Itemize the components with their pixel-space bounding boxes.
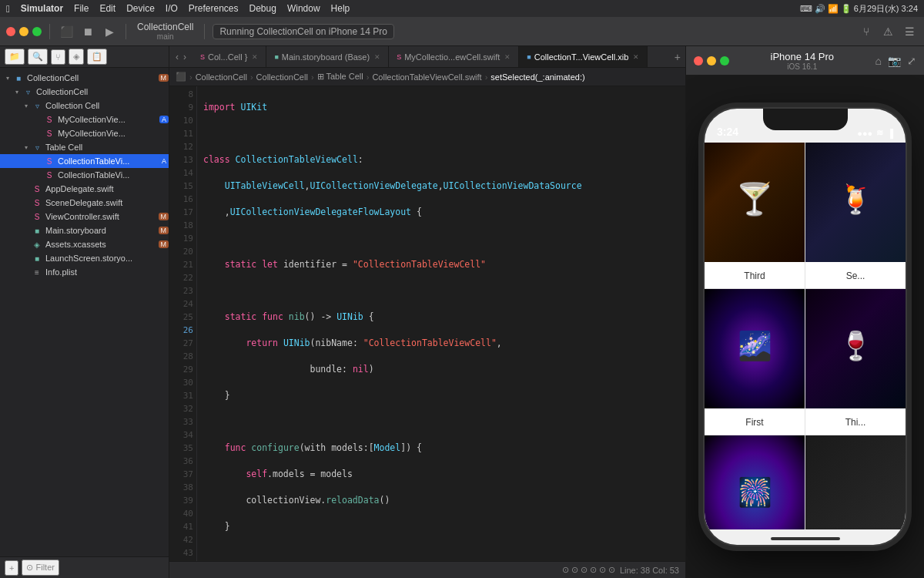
collection-cell-3-1[interactable]: First — [705, 435, 805, 529]
menu-io[interactable]: I/O — [166, 3, 178, 14]
toolbar-sep3 — [204, 24, 205, 39]
sidebar-item-group[interactable]: ▾ ▿ CollectionCell — [0, 85, 169, 99]
minimize-button[interactable] — [19, 27, 28, 36]
iphone-screen[interactable]: 3:24 ●●● ≋ ▐ Third — [705, 109, 906, 545]
menu-device[interactable]: Device — [126, 3, 155, 14]
close-button[interactable] — [6, 27, 15, 36]
sidebar-git-icon[interactable]: ⑂ — [51, 49, 65, 65]
sidebar-item-table-cell-folder[interactable]: ▾ ▿ Table Cell — [0, 140, 169, 154]
tab-mainstoryboard[interactable]: ■ Main.storyboard (Base) ✕ — [266, 46, 389, 68]
tab-swift-icon: S — [200, 53, 205, 61]
sidebar-item-mycollectionview2[interactable]: S MyCollectionVie... — [0, 126, 169, 140]
swift-icon: S — [43, 169, 55, 181]
sidebar-item-collection-cell-folder[interactable]: ▾ ▿ Collection Cell — [0, 99, 169, 113]
collection-view[interactable]: Third Se... First — [705, 143, 906, 529]
filter-button[interactable]: ⊙ Filter — [22, 560, 59, 576]
git-button[interactable]: ⑂ — [858, 23, 875, 40]
sidebar-item-mycollectionview1[interactable]: S MyCollectionVie... A — [0, 113, 169, 126]
tab-col-cell[interactable]: S Col...Cell } ✕ — [192, 46, 266, 68]
storyboard-icon: ■ — [31, 224, 43, 237]
project-subtitle: main — [157, 32, 174, 41]
breadcrumb-func[interactable]: setSelected(_:animated:) — [490, 72, 584, 82]
tab-close-icon[interactable]: ✕ — [252, 53, 258, 61]
menu-help[interactable]: Help — [331, 3, 350, 14]
collection-cell-3-2[interactable]: Thi... — [805, 435, 906, 529]
sidebar-label: CollectionCell — [36, 87, 169, 96]
sidebar-folder-icon[interactable]: 📁 — [5, 49, 25, 65]
sidebar-item-appdelegate[interactable]: S AppDelegate.swift — [0, 182, 169, 196]
sim-close-button[interactable] — [694, 56, 703, 66]
code-content[interactable]: import UIKit class CollectionTableViewCe… — [197, 86, 685, 561]
tab-close-icon[interactable]: ✕ — [633, 53, 639, 61]
sidebar-item-collectiontableview2[interactable]: S CollectionTableVi... — [0, 168, 169, 182]
tree-arrow: ▾ — [22, 144, 31, 151]
sidebar-item-infoplist[interactable]: ≡ Info.plist — [0, 265, 169, 279]
sidebar: 📁 🔍 ⑂ ◈ 📋 ▾ ■ CollectionCell M ▾ ▿ Colle… — [0, 46, 169, 578]
breadcrumb-collectioncell[interactable]: CollectionCell — [196, 72, 247, 82]
sidebar-search-icon[interactable]: 🔍 — [28, 49, 48, 65]
sidebar-label: CollectionTableVi... — [58, 170, 169, 180]
stop-button[interactable]: ⏹ — [79, 23, 96, 40]
tab-label: Col...Cell } — [208, 52, 247, 62]
code-area[interactable]: 89101112 1314151617 1819202122 232425262… — [169, 86, 685, 561]
collection-cell-1-1[interactable]: Third — [705, 143, 805, 288]
menu-simulator[interactable]: Simulator — [21, 3, 63, 14]
collection-cell-2-1[interactable]: First — [705, 289, 805, 435]
sidebar-label: Table Cell — [45, 143, 169, 152]
cell-image-bar — [805, 143, 906, 262]
breadcrumb-bar: ⬛ › CollectionCell › CollectionCell › ⊞ … — [169, 68, 685, 86]
badge-a: A — [159, 116, 169, 123]
collection-cell-2-2[interactable]: Thi... — [805, 289, 906, 435]
sidebar-item-root[interactable]: ▾ ■ CollectionCell M — [0, 71, 169, 85]
breadcrumb-tablecell[interactable]: ⊞ Table Cell — [317, 72, 363, 82]
fullscreen-button[interactable] — [32, 27, 42, 36]
breadcrumb-collectioncell2[interactable]: CollectionCell — [256, 72, 308, 82]
menu-file[interactable]: File — [74, 3, 89, 14]
sim-screenshot-icon[interactable]: 📷 — [888, 55, 901, 67]
sidebar-item-collectiontableview1[interactable]: S CollectionTableVi... A — [0, 154, 169, 168]
sidebar-item-launchscreen[interactable]: ■ LaunchScreen.storyo... — [0, 251, 169, 265]
sim-rotate-icon[interactable]: ⤢ — [907, 55, 916, 67]
inspector-toggle[interactable]: ☰ — [901, 23, 918, 40]
tab-label: Main.storyboard (Base) — [282, 52, 370, 62]
collection-cell-1-2[interactable]: Se... — [805, 143, 906, 288]
tab-collectionviewcell[interactable]: ■ CollectionT...ViewCell.xib ✕ — [519, 46, 648, 68]
folder-icon: ▿ — [31, 141, 43, 153]
menu-preferences[interactable]: Preferences — [189, 3, 239, 14]
add-file-button[interactable]: + — [5, 560, 18, 576]
swift-icon: S — [43, 155, 55, 167]
tab-bar: ‹ › S Col...Cell } ✕ ■ Main.storyboard (… — [169, 46, 685, 68]
assets-icon: ◈ — [31, 238, 43, 250]
tab-close-icon[interactable]: ✕ — [504, 53, 511, 61]
sidebar-label: Assets.xcassets — [45, 240, 157, 249]
tab-mycollection[interactable]: S MyCollectio...ewCell.swift ✕ — [389, 46, 519, 68]
sidebar-breakpoint-icon[interactable]: ◈ — [69, 49, 84, 65]
sim-home-icon[interactable]: ⌂ — [875, 55, 882, 67]
sidebar-item-viewcontroller[interactable]: S ViewController.swift M — [0, 210, 169, 223]
swift-icon: S — [31, 197, 43, 209]
menu-edit[interactable]: Edit — [99, 3, 116, 14]
sidebar-item-mainstoryboard[interactable]: ■ Main.storyboard M — [0, 223, 169, 237]
sidebar-report-icon[interactable]: 📋 — [87, 49, 107, 65]
sidebar-item-scenedelegate[interactable]: S SceneDelegate.swift — [0, 196, 169, 210]
menu-debug[interactable]: Debug — [249, 3, 276, 14]
sidebar-item-assets[interactable]: ◈ Assets.xcassets M — [0, 237, 169, 251]
sidebar-label: MyCollectionVie... — [58, 129, 169, 138]
scheme-selector[interactable]: Running CollectionCell on iPhone 14 Pro — [213, 24, 393, 39]
project-title: CollectionCell — [137, 22, 193, 32]
run-button[interactable]: ▶ — [101, 23, 118, 40]
sim-fullscreen-button[interactable] — [720, 56, 729, 66]
project-icon: ■ — [12, 72, 25, 84]
tab-back[interactable]: ‹ — [174, 50, 180, 64]
warning-button[interactable]: ⚠ — [879, 23, 896, 40]
menu-datetime: ⌨ 🔊 📶 🔋 6月29日(水) 3:24 — [800, 3, 918, 15]
navigator-toggle[interactable]: ⬛ — [58, 23, 75, 40]
tab-forward[interactable]: › — [182, 50, 188, 64]
add-tab-button[interactable]: + — [670, 51, 685, 63]
breadcrumb-swift[interactable]: CollectionTableViewCell.swift — [372, 72, 481, 82]
sim-minimize-button[interactable] — [707, 56, 716, 66]
sidebar-label: CollectionTableVi... — [58, 156, 158, 166]
tab-close-icon[interactable]: ✕ — [374, 53, 380, 61]
apple-icon[interactable]:  — [6, 3, 10, 15]
menu-window[interactable]: Window — [287, 3, 320, 14]
